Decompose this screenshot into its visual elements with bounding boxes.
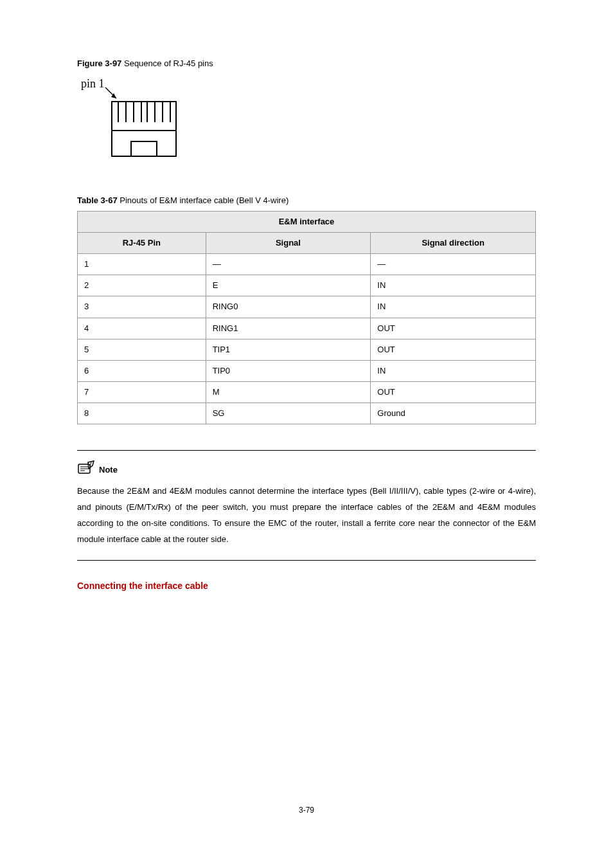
table-header-col3: Signal direction [371,232,536,253]
svg-rect-11 [112,131,176,156]
table-row: 2 E IN [78,275,536,296]
svg-rect-12 [131,141,157,156]
note-body: Because the 2E&M and 4E&M modules cannot… [77,484,536,547]
cell-signal: RING0 [206,296,371,318]
note-icon [77,460,95,476]
cell-pin: 1 [78,253,206,275]
cell-pin: 4 [78,318,206,339]
note-section: Note Because the 2E&M and 4E&M modules c… [77,450,536,561]
table-label: Table 3-67 [77,195,118,205]
cell-signal: M [206,382,371,403]
cell-pin: 2 [78,275,206,296]
table-caption: Table 3-67 Pinouts of E&M interface cabl… [77,195,536,206]
cell-dir: IN [371,360,536,381]
note-label: Note [99,464,118,476]
cell-dir: OUT [371,339,536,360]
figure-text: Sequence of RJ-45 pins [124,59,213,68]
cell-pin: 8 [78,403,206,424]
rj45-pin-diagram: pin 1 [81,76,536,163]
svg-rect-2 [112,102,176,131]
figure-caption: Figure 3-97 Sequence of RJ-45 pins [77,58,536,69]
table-header-col2: Signal [206,232,371,253]
section-heading: Connecting the interface cable [77,580,536,593]
cell-signal: SG [206,403,371,424]
cell-dir: OUT [371,382,536,403]
note-header: Note [77,460,536,476]
cell-pin: 5 [78,339,206,360]
cell-signal: E [206,275,371,296]
svg-line-17 [90,462,91,466]
table-header-main: E&M interface [78,211,536,232]
table-row: 8 SG Ground [78,403,536,424]
table-header-col1: RJ-45 Pin [78,232,206,253]
figure-label: Figure 3-97 [77,59,121,68]
pin1-label: pin 1 [81,77,105,90]
cell-dir: Ground [371,403,536,424]
cell-signal: — [206,253,371,275]
cell-signal: TIP0 [206,360,371,381]
cell-dir: IN [371,275,536,296]
cell-pin: 7 [78,382,206,403]
cell-signal: RING1 [206,318,371,339]
cell-dir: IN [371,296,536,318]
cell-pin: 3 [78,296,206,318]
pinouts-table: E&M interface RJ-45 Pin Signal Signal di… [77,211,536,425]
cell-dir: OUT [371,318,536,339]
table-row: 4 RING1 OUT [78,318,536,339]
table-row: 5 TIP1 OUT [78,339,536,360]
table-row: 3 RING0 IN [78,296,536,318]
table-row: 1 — — [78,253,536,275]
cell-signal: TIP1 [206,339,371,360]
table-text: Pinouts of E&M interface cable (Bell V 4… [120,195,289,205]
cell-pin: 6 [78,360,206,381]
table-row: 7 M OUT [78,382,536,403]
page-number: 3-79 [77,805,536,816]
cell-dir: — [371,253,536,275]
table-row: 6 TIP0 IN [78,360,536,381]
